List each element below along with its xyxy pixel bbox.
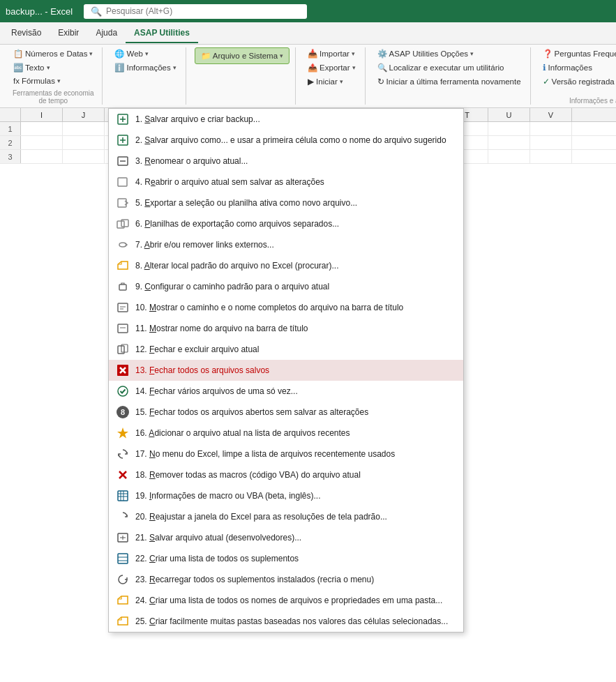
arrow-icon8: ▾ — [352, 64, 356, 71]
arrow-icon5: ▾ — [173, 64, 176, 71]
menu-item-17[interactable]: 17. No menu do Excel, limpe a lista de a… — [109, 444, 463, 464]
menu-icon-16 — [116, 426, 130, 440]
tab-asap-utilities[interactable]: ASAP Utilities — [126, 24, 198, 43]
menu-text-9: 9. Configurar o caminho padrão para o ar… — [135, 282, 456, 291]
localizar-icon: 🔍 — [377, 63, 387, 73]
numeros-icon: 📋 — [13, 49, 23, 59]
menu-item-4[interactable]: 4. Reabrir o arquivo atual sem salvar as… — [109, 172, 463, 192]
menu-item-14[interactable]: 14. Fechar vários arquivos de uma só vez… — [109, 381, 463, 402]
btn-formulas[interactable]: fx Fórmulas ▾ — [10, 75, 64, 86]
arquivo-icon: 📁 — [201, 51, 211, 61]
menu-text-21: 21. Salvar arquivo atual (desenvolvedore… — [135, 533, 456, 543]
menu-item-15[interactable]: 8 15. Fechar todos os arquivos abertos s… — [109, 402, 463, 423]
btn-web[interactable]: 🌐 Web ▾ — [111, 47, 151, 60]
menu-icon-22 — [116, 552, 130, 566]
btn-iniciar-ultima[interactable]: ↻ Iniciar a última ferramenta novamente — [374, 75, 525, 88]
menu-text-18: 18. Remover todas as macros (código VBA)… — [135, 470, 456, 480]
col-header-i: I — [21, 108, 63, 121]
menu-item-2[interactable]: 2. Salvar arquivo como... e usar a prime… — [109, 130, 463, 151]
menu-icon-2 — [116, 133, 130, 147]
tab-ajuda[interactable]: Ajuda — [87, 24, 126, 43]
group-info-ajuda: ❓ Perguntas Frequentes Online ℹ Informaç… — [534, 47, 616, 105]
btn-perguntas[interactable]: ❓ Perguntas Frequentes Online — [539, 47, 616, 60]
importar-icon: 📥 — [308, 49, 317, 59]
app-title: backup... - Excel — [6, 6, 73, 17]
dropdown-menu: 1. Salvar arquivo e criar backup... 2. S… — [108, 108, 464, 632]
menu-item-25[interactable]: 25. Criar facilmente muitas pastas basea… — [109, 611, 463, 632]
arrow-icon7: ▾ — [352, 50, 355, 57]
menu-icon-13 — [116, 363, 130, 377]
menu-item-18[interactable]: 18. Remover todas as macros (código VBA)… — [109, 464, 463, 485]
search-input[interactable] — [106, 6, 300, 16]
formulas-icon: fx — [13, 77, 20, 85]
menu-icon-20 — [116, 510, 130, 524]
search-bar[interactable]: 🔍 — [84, 4, 307, 19]
menu-item-1[interactable]: 1. Salvar arquivo e criar backup... — [109, 109, 463, 130]
group-arquivo: 📁 Arquivo e Sistema ▾ — [189, 47, 296, 105]
tab-revisao[interactable]: Revisão — [3, 24, 50, 43]
menu-icon-18 — [116, 468, 130, 482]
menu-text-2: 2. Salvar arquivo como... e usar a prime… — [135, 135, 456, 145]
col-header-j: J — [63, 108, 105, 121]
menu-text-23: 23. Recarregar todos os suplementos inst… — [135, 575, 456, 584]
group-label-ferramentas: Ferramentas de economia de tempo — [10, 88, 96, 105]
svg-rect-4 — [118, 199, 126, 207]
menu-item-6[interactable]: 6. Planilhas de exportação como arquivos… — [109, 213, 463, 234]
col-header-v: V — [530, 108, 572, 121]
btn-localizar[interactable]: 🔍 Localizar e executar um utilitário — [374, 61, 508, 74]
iniciar-ultima-icon: ↻ — [377, 77, 384, 86]
menu-icon-5 — [116, 196, 130, 210]
menu-item-7[interactable]: 7. Abrir e/ou remover links externos... — [109, 234, 463, 255]
menu-item-24[interactable]: 24. Criar uma lista de todos os nomes de… — [109, 590, 463, 611]
btn-numeros-datas[interactable]: 📋 Números e Datas ▾ — [10, 47, 96, 60]
menu-text-17: 17. No menu do Excel, limpe a lista de a… — [135, 449, 456, 459]
ribbon-tabs: Revisão Exibir Ajuda ASAP Utilities — [0, 22, 616, 45]
arrow-icon6: ▾ — [280, 52, 283, 59]
menu-item-10[interactable]: 10. Mostrar o caminho e o nome completos… — [109, 297, 463, 318]
btn-importar[interactable]: 📥 Importar ▾ — [304, 47, 359, 60]
menu-item-11[interactable]: 11. Mostrar nome do arquivo na barra de … — [109, 318, 463, 339]
menu-text-20: 20. Reajustar a janela do Excel para as … — [135, 512, 456, 522]
question-icon: ❓ — [543, 49, 553, 59]
tab-exibir[interactable]: Exibir — [50, 24, 87, 43]
menu-item-19[interactable]: 19. Informações de macro ou VBA (beta, i… — [109, 485, 463, 506]
menu-item-13[interactable]: 13. Fechar todos os arquivos salvos — [109, 360, 463, 381]
registered-icon: ✓ — [543, 77, 550, 86]
menu-item-5[interactable]: 5. Exportar a seleção ou planilha ativa … — [109, 192, 463, 213]
btn-iniciar[interactable]: ▶ Iniciar ▾ — [304, 75, 347, 88]
menu-icon-7 — [116, 238, 130, 252]
info-icon2: ℹ — [543, 63, 546, 73]
menu-item-23[interactable]: 23. Recarregar todos os suplementos inst… — [109, 569, 463, 590]
search-icon: 🔍 — [91, 6, 102, 17]
btn-versao[interactable]: ✓ Versão registrada — [539, 75, 616, 88]
btn-informacoes2[interactable]: ℹ Informações — [539, 61, 596, 74]
btn-asap-options[interactable]: ⚙️ ASAP Utilities Opções ▾ — [374, 47, 478, 60]
menu-icon-9 — [116, 280, 130, 294]
menu-item-9[interactable]: 9. Configurar o caminho padrão para o ar… — [109, 276, 463, 297]
menu-item-16[interactable]: 16. Adicionar o arquivo atual na lista d… — [109, 423, 463, 444]
menu-icon-10 — [116, 301, 130, 315]
menu-item-20[interactable]: 20. Reajustar a janela do Excel para as … — [109, 506, 463, 527]
btn-texto[interactable]: 🔤 Texto ▾ — [10, 61, 54, 74]
menu-item-8[interactable]: 8. Alterar local padrão do arquivo no Ex… — [109, 255, 463, 276]
title-bar: backup... - Excel 🔍 — [0, 0, 616, 22]
menu-item-3[interactable]: 3. Renomear o arquivo atual... — [109, 151, 463, 172]
arrow-icon2: ▾ — [47, 64, 50, 71]
menu-text-11: 11. Mostrar nome do arquivo na barra de … — [135, 324, 456, 333]
btn-exportar[interactable]: 📤 Exportar ▾ — [304, 61, 359, 74]
menu-icon-8 — [116, 259, 130, 273]
menu-text-22: 22. Criar uma lista de todos os suplemen… — [135, 554, 456, 563]
menu-text-14: 14. Fechar vários arquivos de uma só vez… — [135, 386, 456, 396]
menu-item-22[interactable]: 22. Criar uma lista de todos os suplemen… — [109, 548, 463, 569]
btn-arquivo-sistema[interactable]: 📁 Arquivo e Sistema ▾ — [195, 47, 290, 64]
menu-text-15: 15. Fechar todos os arquivos abertos sem… — [135, 407, 456, 417]
menu-icon-14 — [116, 384, 130, 398]
col-header-u: U — [488, 108, 530, 121]
menu-icon-19 — [116, 489, 130, 503]
btn-informacoes[interactable]: ℹ️ Informações ▾ — [111, 61, 179, 74]
menu-text-19: 19. Informações de macro ou VBA (beta, i… — [135, 491, 456, 501]
menu-text-10: 10. Mostrar o caminho e o nome completos… — [135, 303, 456, 312]
menu-item-12[interactable]: 12. Fechar e excluir arquivo atual — [109, 339, 463, 360]
svg-rect-14 — [118, 491, 128, 501]
menu-item-21[interactable]: 21. Salvar arquivo atual (desenvolvedore… — [109, 527, 463, 548]
